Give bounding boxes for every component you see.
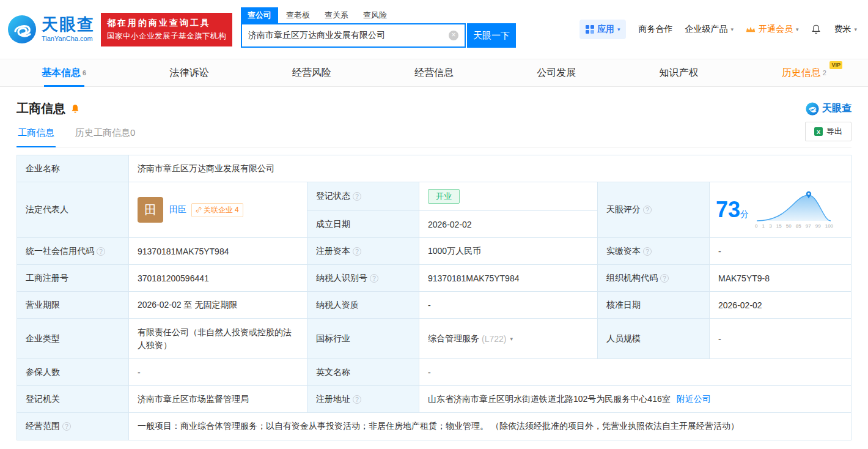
nav-notifications[interactable] [811,24,822,35]
tab-basic-info-count: 6 [83,69,86,76]
nearby-companies-link[interactable]: 附近公司 [677,394,711,405]
tab-history-count: 2 [823,69,826,76]
reg-no-value: 370181200596441 [129,265,307,292]
credit-code-value: 91370181MAK75YT984 [129,238,307,265]
address-label-cell: 注册地址 ? [307,386,419,413]
tianyancha-watermark: 天眼查 [806,102,851,116]
related-companies-count: 4 [235,206,239,214]
link-icon [196,207,202,213]
insured-label-cell: 参保人数 [17,359,129,386]
nav-user-menu[interactable]: 费米 ▾ [834,24,857,35]
nav-vip-label: 开通会员 [759,24,793,35]
reg-capital-value: 1000万人民币 [419,238,598,265]
axis-tick-label: 3 [769,223,771,229]
search-tab-boss[interactable]: 查老板 [279,7,317,23]
help-icon[interactable]: ? [643,247,652,256]
export-button[interactable]: X 导出 [805,122,851,141]
industry-label-cell: 国标行业 [307,319,419,359]
logo-text: 天眼查 TianYanCha.com [42,17,95,42]
legal-rep-name-link[interactable]: 田臣 [169,204,186,215]
nav-cooperation[interactable]: 商务合作 [638,24,672,35]
subtab-history-business-info[interactable]: 历史工商信息0 [74,119,136,147]
excel-icon: X [814,127,823,136]
table-row: 登记机关 济南市章丘区市场监督管理局 注册地址 ? 山东省济南市章丘区明水街道铁… [17,386,851,413]
status-date-block: 登记状态 ? 开业 成立日期 2026-02-02 [307,182,598,238]
axis-tick-label: 1 [762,223,765,229]
tab-intellectual-property[interactable]: 知识产权 [653,59,705,86]
help-icon[interactable]: ? [97,247,105,256]
paid-capital-label-cell: 实缴资本 ? [598,238,710,265]
help-icon[interactable]: ? [643,206,652,214]
taxpayer-id-value: 91370181MAK75YT984 [419,265,598,292]
score-label-cell: 天眼评分 ? [598,182,710,238]
table-row: 登记状态 ? 开业 [307,182,598,211]
approval-date-value: 2026-02-02 [710,292,851,319]
en-name-value: - [419,359,851,386]
help-icon[interactable]: ? [62,422,71,431]
reg-status-value: 开业 [419,182,598,211]
term-label-cell: 营业期限 [17,292,129,319]
help-icon[interactable]: ? [353,395,361,404]
insured-value: - [129,359,307,386]
tianyancha-watermark-icon [806,102,819,116]
subscribe-bell-icon[interactable] [70,104,80,114]
chevron-down-icon: ▾ [730,26,734,32]
table-row: 企业名称 济南市章丘区万达商业发展有限公司 [17,155,851,182]
tab-operational-risk[interactable]: 经营风险 [286,59,337,86]
related-companies-badge[interactable]: 关联企业 4 [191,203,243,217]
promo-line1: 都在用的商业查询工具 [107,18,226,29]
subtab-business-info[interactable]: 工商信息 [17,119,56,147]
main-content: 工商信息 天眼查 工商信息 历史工商信息0 X 导出 [0,100,868,440]
search-input[interactable] [242,31,449,40]
help-icon[interactable]: ? [370,274,378,283]
search-area: 查公司 查老板 查关系 查风险 × 天眼一下 [241,0,516,48]
search-button[interactable]: 天眼一下 [467,23,516,48]
score-cell: 73分 0131550859799100 [710,182,851,238]
help-icon[interactable]: ? [353,247,361,256]
nav-apps[interactable]: 应用 ▾ [579,20,627,39]
credit-code-label-cell: 统一社会信用代码 ? [17,238,129,265]
tianyancha-logo[interactable]: 天眼查 TianYanCha.com [7,15,95,44]
tab-basic-info-label: 基本信息 [42,67,81,80]
top-nav: 应用 ▾ 商务合作 企业级产品 ▾ 开通会员 ▾ 费米 ▾ [579,20,868,39]
status-badge: 开业 [428,189,460,204]
svg-text:X: X [817,128,820,135]
nav-open-vip[interactable]: 开通会员 ▾ [746,24,799,35]
legal-rep-cell: 田 田臣 关联企业 4 [129,182,307,238]
staff-size-value: - [710,319,851,359]
taxpayer-qual-label-cell: 纳税人资质 [307,292,419,319]
table-row: 统一社会信用代码 ? 91370181MAK75YT984 注册资本 ? 100… [17,238,851,265]
help-icon[interactable]: ? [353,192,361,201]
score-curve-chart [755,191,833,223]
authority-value: 济南市章丘区市场监督管理局 [129,386,307,413]
org-code-label-cell: 组织机构代码 ? [598,265,710,292]
help-icon[interactable]: ? [660,274,669,283]
section-title: 工商信息 [17,100,65,117]
chevron-down-icon[interactable]: ▾ [510,336,513,342]
clear-icon[interactable]: × [449,31,458,40]
tab-basic-info[interactable]: 基本信息 6 [35,59,92,86]
axis-tick-label: 0 [755,223,757,229]
search-tab-company[interactable]: 查公司 [241,7,278,23]
table-row: 法定代表人 田 田臣 关联企业 4 登记状态 ? [17,182,851,238]
scope-value: 一般项目：商业综合体管理服务；以自有资金从事投资活动；非居住房地产租赁；物业管理… [129,413,851,440]
score-chart: 0131550859799100 [755,191,833,229]
score-axis-labels: 0131550859799100 [755,223,833,229]
bell-icon [811,24,822,35]
search-tab-risk[interactable]: 查风险 [356,7,394,23]
search-tab-relation[interactable]: 查关系 [318,7,355,23]
chevron-down-icon: ▾ [617,26,620,32]
industry-value[interactable]: 综合管理服务 (L722) ▾ [419,319,598,359]
tab-business-info[interactable]: 经营信息 [408,59,460,86]
search-tabs: 查公司 查老板 查关系 查风险 [241,7,516,23]
table-row: 参保人数 - 英文名称 - [17,359,851,386]
tab-history-info[interactable]: 历史信息 2 VIP [776,59,833,86]
subtab-bar: 工商信息 历史工商信息0 X 导出 [17,119,851,147]
promo-line2: 国家中小企业发展子基金旗下机构 [107,31,226,42]
export-label: 导出 [826,126,842,137]
tab-legal-proceedings[interactable]: 法律诉讼 [163,59,215,86]
tab-company-development[interactable]: 公司发展 [531,59,582,86]
address-value: 山东省济南市章丘区明水街道铁道北路102号为民服务中心416室 附近公司 [419,386,851,413]
nav-enterprise-products[interactable]: 企业级产品 ▾ [685,24,734,35]
avatar[interactable]: 田 [138,197,163,223]
